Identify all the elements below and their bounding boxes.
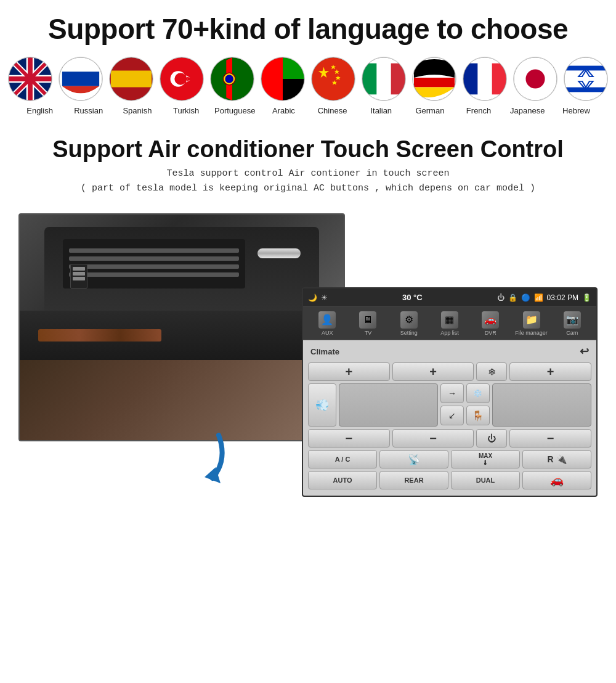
cam-icon: 📷 bbox=[564, 311, 581, 329]
ts-nav-tv[interactable]: 🖥 TV bbox=[347, 311, 388, 336]
ts-rear-heat-btn[interactable]: R 🔌 bbox=[522, 450, 591, 468]
ts-right-controls: → ❄️ ↙ 🪑 bbox=[440, 383, 490, 427]
ts-nav-filemanager-label: File manager bbox=[515, 330, 548, 336]
language-section: Support 70+kind of language to choose bbox=[0, 0, 616, 121]
lang-russian: Russian bbox=[67, 106, 110, 115]
brightness-icon: ☀ bbox=[321, 293, 328, 302]
labels-row: English Russian Spanish Turkish Portugue… bbox=[18, 106, 598, 115]
ts-right-bottom: ↙ 🪑 bbox=[440, 406, 490, 425]
svg-point-16 bbox=[174, 73, 186, 84]
flag-japanese bbox=[513, 57, 557, 101]
svg-point-39 bbox=[525, 69, 545, 88]
ts-row-plus: + + ❄ + bbox=[308, 362, 591, 381]
ts-temp-display: 30 °C bbox=[402, 293, 423, 302]
ac-title: Support Air conditioner Touch Screen Con… bbox=[18, 136, 598, 163]
flag-hebrew bbox=[564, 57, 608, 101]
ts-status-right: ⏻ 🔒 🔵 📶 03:02 PM 🔋 bbox=[497, 293, 591, 302]
ts-rear-btn[interactable]: REAR bbox=[379, 471, 448, 489]
flag-arabic bbox=[261, 57, 305, 101]
ts-fan-btn[interactable]: 💨 bbox=[308, 383, 336, 427]
ts-nav-setting[interactable]: ⚙ Setting bbox=[389, 311, 429, 336]
bluetooth-icon: 🔵 bbox=[521, 293, 530, 302]
ts-row-middle: 💨 → ❄️ ↙ 🪑 bbox=[308, 383, 591, 427]
back-icon[interactable]: ↩ bbox=[580, 345, 589, 358]
applist-icon: ▦ bbox=[441, 311, 458, 329]
ts-status-left: 🌙 ☀ bbox=[308, 293, 328, 302]
lang-chinese: Chinese bbox=[311, 106, 354, 115]
aux-icon: 👤 bbox=[318, 311, 336, 329]
wifi-icon: 📶 bbox=[534, 293, 543, 302]
climate-label: Climate bbox=[310, 347, 339, 356]
ac-subtitle1: Tesla support control Air contioner in t… bbox=[18, 166, 598, 181]
lang-portuguese: Portuguese bbox=[214, 106, 256, 115]
lang-spanish: Spanish bbox=[116, 106, 158, 115]
ts-wifi-btn[interactable]: 📡 bbox=[379, 450, 448, 468]
ts-dual-btn[interactable]: DUAL bbox=[451, 471, 520, 489]
flag-french bbox=[463, 57, 507, 101]
ts-auto-btn[interactable]: AUTO bbox=[308, 471, 377, 489]
flag-english bbox=[8, 57, 52, 101]
ts-nav-dvr-label: DVR bbox=[485, 330, 496, 336]
lock-icon: 🔒 bbox=[508, 293, 517, 302]
setting-icon: ⚙ bbox=[400, 311, 418, 329]
ts-nav-cam[interactable]: 📷 Cam bbox=[552, 311, 593, 336]
lang-hebrew: Hebrew bbox=[555, 106, 598, 115]
ts-nav-aux-label: AUX bbox=[322, 330, 333, 336]
car-interior-image: Krando bbox=[18, 213, 345, 441]
svg-point-22 bbox=[225, 75, 233, 83]
lang-english: English bbox=[18, 106, 61, 115]
lang-german: German bbox=[408, 106, 451, 115]
ts-time-display: 03:02 PM bbox=[547, 293, 578, 302]
ts-power-btn[interactable]: ⏻ bbox=[476, 429, 507, 448]
ac-section: Support Air conditioner Touch Screen Con… bbox=[0, 121, 616, 202]
ts-nav-bar: 👤 AUX 🖥 TV ⚙ Setting ▦ App list 🚗 DVR 📁 bbox=[303, 307, 596, 340]
ts-plus-center[interactable]: + bbox=[392, 362, 474, 381]
ts-nav-dvr[interactable]: 🚗 DVR bbox=[470, 311, 511, 336]
dashboard-area: Krando bbox=[18, 213, 598, 497]
lang-italian: Italian bbox=[360, 106, 402, 115]
lang-french: French bbox=[458, 106, 500, 115]
ts-climate-header: Climate ↩ bbox=[306, 343, 594, 360]
ts-car-btn[interactable]: 🚗 bbox=[522, 471, 591, 489]
lang-arabic: Arabic bbox=[262, 106, 305, 115]
ts-right-top: → ❄️ bbox=[440, 383, 490, 403]
filemanager-icon: 📁 bbox=[523, 311, 540, 329]
tv-icon: 🖥 bbox=[359, 311, 376, 329]
ts-max-btn[interactable]: MAX🌡 bbox=[451, 450, 520, 468]
power-icon: ⏻ bbox=[497, 293, 505, 302]
flag-portuguese bbox=[210, 57, 254, 101]
lang-japanese: Japanese bbox=[506, 106, 549, 115]
ts-row-minus: − − ⏻ − bbox=[308, 429, 591, 448]
ts-ac-btn[interactable]: A / C bbox=[308, 450, 377, 468]
flag-turkish bbox=[160, 57, 204, 101]
ts-ac-mode-btn[interactable]: ❄️ bbox=[466, 383, 490, 403]
flag-russian bbox=[59, 57, 103, 101]
ts-temp-display-box bbox=[339, 383, 438, 427]
ts-nav-aux[interactable]: 👤 AUX bbox=[307, 311, 347, 336]
arrow-down bbox=[185, 429, 234, 491]
ts-seat-display bbox=[492, 383, 591, 427]
lang-turkish: Turkish bbox=[164, 106, 207, 115]
ts-nav-applist[interactable]: ▦ App list bbox=[429, 311, 470, 336]
ts-minus-center[interactable]: − bbox=[392, 429, 474, 448]
ts-row-ac: A / C 📡 MAX🌡 R 🔌 bbox=[308, 450, 591, 468]
ts-minus-right[interactable]: − bbox=[509, 429, 591, 448]
ts-climate-panel: Climate ↩ + + ❄ + 💨 → bbox=[303, 340, 596, 497]
language-title: Support 70+kind of language to choose bbox=[18, 12, 598, 46]
ts-seat-btn[interactable]: 🪑 bbox=[466, 406, 490, 425]
battery-icon: 🔋 bbox=[582, 293, 591, 302]
ts-statusbar: 🌙 ☀ 30 °C ⏻ 🔒 🔵 📶 03:02 PM 🔋 bbox=[303, 288, 596, 307]
ts-nav-cam-label: Cam bbox=[566, 330, 578, 336]
ts-minus-left[interactable]: − bbox=[308, 429, 390, 448]
ts-defrost-btn[interactable]: ❄ bbox=[476, 362, 507, 381]
ts-nav-applist-label: App list bbox=[440, 330, 459, 336]
ts-recycle-btn[interactable]: ↙ bbox=[440, 406, 464, 425]
ts-airflow-btn[interactable]: → bbox=[440, 383, 464, 403]
ac-subtitle2: ( part of tesla model is keeping origina… bbox=[18, 181, 598, 196]
ts-nav-filemanager[interactable]: 📁 File manager bbox=[511, 311, 551, 336]
flag-italian bbox=[362, 57, 406, 101]
ts-plus-right[interactable]: + bbox=[509, 362, 591, 381]
flag-german bbox=[412, 57, 456, 101]
ts-plus-left[interactable]: + bbox=[308, 362, 390, 381]
flags-row bbox=[18, 57, 598, 101]
